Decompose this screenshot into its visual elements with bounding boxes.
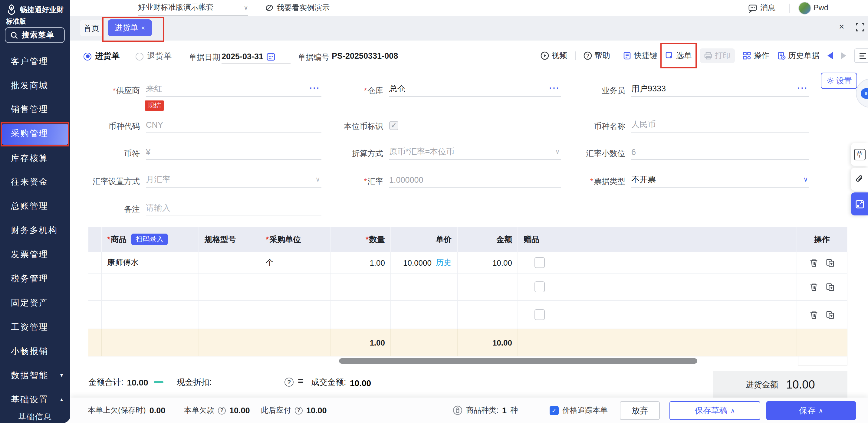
cell-spec[interactable] — [199, 252, 260, 273]
amount-total-value: 10.00 — [127, 378, 148, 387]
sidebar-subitem-basicinfo[interactable]: 基础信息 — [18, 412, 52, 422]
help-circle-icon[interactable]: ? — [295, 406, 303, 414]
radio-return-order[interactable]: 退货单 — [135, 51, 172, 62]
conversion-field[interactable]: 折算方式 原币*汇率=本位币∨ — [325, 145, 561, 160]
currency-name-field[interactable]: 币种名称 人民币 — [567, 118, 809, 133]
sku-count-group: 商品种类: 1 种 — [453, 404, 518, 416]
ellipsis-picker-icon[interactable]: ··· — [310, 84, 320, 93]
save-button[interactable]: 保存∧ — [766, 401, 856, 420]
sidebar-item-customers[interactable]: 客户管理 — [0, 49, 70, 73]
account-selector[interactable]: 好业财标准版演示帐套 ∨ — [138, 0, 248, 16]
draft-tool-button[interactable]: 草 — [851, 143, 868, 166]
messages-button[interactable]: 消息 — [748, 0, 775, 16]
currency-symbol-field[interactable]: 币符 ¥ — [82, 145, 321, 160]
pick-order-button[interactable]: 选单 — [665, 50, 692, 61]
gift-checkbox[interactable] — [534, 282, 545, 292]
demo-link[interactable]: 我要看实例演示 — [265, 0, 330, 16]
chevron-down-icon[interactable]: ∨ — [803, 175, 808, 183]
hotkeys-button[interactable]: 快捷键 — [623, 50, 657, 61]
chevron-down-icon[interactable]: ∨ — [555, 148, 560, 156]
sidebar-item-multiorg[interactable]: 财务多机构 — [0, 218, 70, 242]
user-name[interactable]: Pwd — [813, 0, 828, 16]
copy-row-icon[interactable] — [826, 310, 835, 319]
list-view-button[interactable] — [855, 49, 868, 62]
currency-code-field[interactable]: 币种代码 CNY — [82, 118, 321, 133]
menu-search[interactable]: 搜索菜单 — [5, 27, 65, 43]
actions-button[interactable]: 操作 — [743, 50, 769, 61]
sidebar-item-wholesale[interactable]: 批发商城 — [0, 73, 70, 97]
horizontal-scrollbar[interactable] — [339, 358, 697, 364]
deal-amount-value-field: 10.00 — [350, 377, 426, 390]
fullscreen-icon[interactable] — [856, 23, 864, 31]
save-draft-button[interactable]: 保存草稿∧ — [670, 401, 760, 420]
play-circle-icon — [540, 52, 549, 60]
price-track-option[interactable]: ✓ 价格追踪本单 — [550, 404, 608, 416]
conversion-value: 原币*汇率=本位币 — [389, 147, 454, 157]
video-button[interactable]: 视频 — [540, 50, 567, 61]
delete-row-icon[interactable] — [809, 258, 818, 267]
sidebar-item-funds[interactable]: 往来资金 — [0, 169, 70, 194]
delete-row-icon[interactable] — [809, 282, 818, 291]
copy-row-icon[interactable] — [826, 282, 835, 291]
warehouse-field[interactable]: *仓库 总仓··· — [325, 82, 561, 97]
sidebar-item-inventory[interactable]: 库存核算 — [0, 146, 70, 170]
cancel-button[interactable]: 放弃 — [620, 401, 660, 420]
help-button[interactable]: ? 帮助 — [584, 50, 610, 61]
sidebar-item-invoice[interactable]: 发票管理 — [0, 242, 70, 266]
help-circle-icon[interactable]: ? — [284, 378, 293, 387]
attachment-tool-button[interactable] — [851, 168, 868, 191]
rate-mode-field[interactable]: 汇率设置方式 月汇率∨ — [82, 173, 321, 188]
ellipsis-picker-icon[interactable]: ··· — [798, 84, 808, 93]
tab-home[interactable]: 首页 — [80, 20, 103, 36]
header-gift: 赠品 — [518, 227, 579, 252]
note-input[interactable] — [146, 203, 308, 212]
discount-input[interactable] — [212, 377, 280, 390]
copy-row-icon[interactable] — [826, 258, 835, 267]
history-docs-button[interactable]: 历史单据 — [777, 50, 819, 61]
checkbox-checked-icon[interactable]: ✓ — [550, 406, 559, 415]
scan-entry-button[interactable]: 扫码录入 — [131, 234, 168, 245]
next-doc-arrow-icon[interactable] — [841, 52, 846, 59]
cell-unit[interactable]: 个 — [260, 252, 331, 273]
date-field[interactable]: 2025-03-31 — [221, 50, 290, 64]
supplier-field[interactable]: *供应商 来红··· — [82, 82, 321, 97]
messages-label: 消息 — [760, 3, 775, 13]
svg-text:?: ? — [586, 53, 589, 59]
sidebar-item-settings[interactable]: 基础设置▴ — [0, 387, 70, 412]
bill-type-field[interactable]: *票据类型 不开票∨ — [567, 173, 809, 188]
hotkey-book-icon — [623, 52, 631, 60]
sidebar-item-ledger[interactable]: 总账管理 — [0, 194, 70, 218]
help-circle-icon[interactable]: ? — [218, 406, 226, 414]
prev-owe-value: 0.00 — [150, 406, 165, 415]
cell-qty[interactable]: 1.00 — [331, 252, 391, 273]
header-blank — [579, 227, 797, 252]
ellipsis-picker-icon[interactable]: ··· — [549, 84, 560, 93]
prev-doc-arrow-icon[interactable] — [828, 52, 833, 59]
delete-row-icon[interactable] — [809, 310, 818, 319]
sidebar-item-expense[interactable]: 小畅报销 — [0, 339, 70, 363]
sidebar-item-assets[interactable]: 固定资产 — [0, 290, 70, 315]
gift-checkbox[interactable] — [534, 257, 545, 268]
salesman-field[interactable]: 业务员 用户9333··· — [567, 82, 809, 97]
cell-price[interactable]: 10.0000历史 — [391, 252, 458, 273]
settings-button[interactable]: 设置 — [821, 73, 857, 89]
cell-product[interactable]: 康师傅水 — [102, 252, 199, 273]
sidebar-item-sales[interactable]: 销售管理 — [0, 97, 70, 121]
chevron-down-icon[interactable]: ∨ — [315, 175, 320, 183]
cell-amount[interactable]: 10.00 — [458, 252, 518, 273]
sidebar-item-tax[interactable]: 税务管理 — [0, 266, 70, 290]
radio-purchase-order[interactable]: 进货单 — [84, 51, 120, 62]
checkbox-checked-icon[interactable]: ✓ — [389, 121, 398, 130]
close-icon[interactable]: × — [839, 22, 844, 31]
expand-tool-button[interactable] — [851, 192, 868, 216]
rate-digits-field[interactable]: 汇率小数位 6 — [567, 145, 809, 160]
required-asterisk: * — [113, 86, 116, 95]
sidebar-item-data-intel[interactable]: 数据智能▾ — [0, 363, 70, 387]
gift-checkbox[interactable] — [534, 309, 545, 320]
price-history-link[interactable]: 历史 — [436, 257, 452, 268]
sidebar-item-payroll[interactable]: 工资管理 — [0, 315, 70, 339]
note-field[interactable]: 备注 — [82, 201, 321, 216]
avatar[interactable] — [798, 2, 811, 14]
print-button[interactable]: 打印 — [700, 48, 735, 63]
rate-field[interactable]: *汇率 1.000000 — [325, 173, 561, 188]
